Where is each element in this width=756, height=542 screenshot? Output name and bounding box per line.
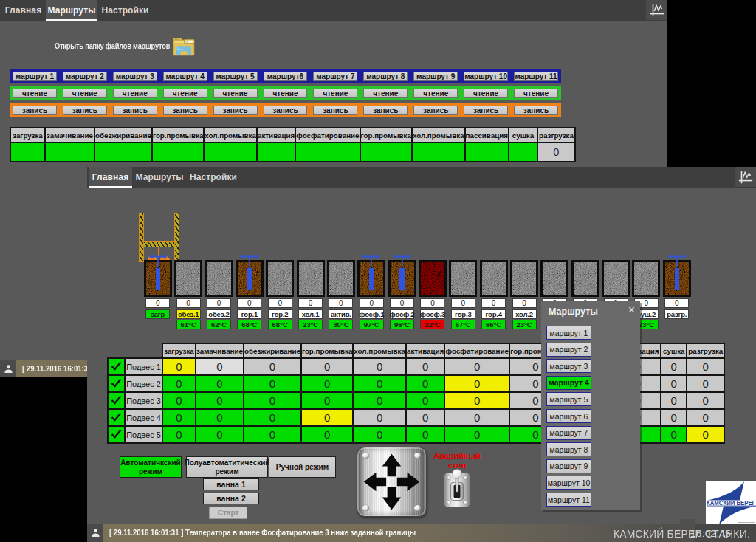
popup-route-button-10[interactable]: маршрут 10 (546, 476, 591, 490)
write-button-8[interactable]: запись (363, 106, 408, 115)
stage-header: активация (257, 128, 295, 143)
popup-route-button-9[interactable]: маршрут 9 (546, 459, 591, 473)
popup-route-button-2[interactable]: маршрут 2 (546, 343, 591, 357)
trend-button[interactable] (735, 167, 756, 187)
popup-route-button-11[interactable]: маршрут 11 (546, 493, 591, 507)
read-button-9[interactable]: чтение (413, 89, 458, 98)
hanger-checkbox-5[interactable] (108, 426, 125, 443)
popup-title: Маршруты (549, 306, 598, 317)
write-button-7[interactable]: запись (313, 106, 357, 115)
read-button-5[interactable]: чтение (213, 89, 258, 98)
popup-route-button-6[interactable]: маршрут 6 (546, 409, 591, 423)
write-button-5[interactable]: запись (213, 106, 258, 115)
tank-value: 0 (451, 298, 475, 308)
route-button-5[interactable]: маршрут 5 (213, 72, 258, 81)
hanger-checkbox-3[interactable] (108, 392, 125, 409)
semi-auto-mode-button[interactable]: Полуавтоматитический режим (186, 456, 268, 478)
tank-texture (421, 262, 444, 295)
crane-post-right (174, 213, 179, 261)
close-icon[interactable]: × (628, 304, 635, 316)
tank-6 (297, 260, 325, 297)
route-button-8[interactable]: маршрут 8 (363, 72, 408, 81)
hanger-cell: 0 (301, 409, 353, 426)
hanger-checkbox-2[interactable] (108, 375, 125, 392)
hanger-cell: 0 (687, 375, 724, 392)
route-cell: маршрут 10 (461, 69, 511, 83)
route-button-3[interactable]: маршрут 3 (113, 72, 157, 81)
read-cell: чтение (410, 86, 461, 100)
tab-nastroyki[interactable]: Настройки (187, 167, 240, 188)
write-cell: запись (10, 103, 60, 117)
route-button-1[interactable]: маршрут 1 (13, 72, 57, 81)
write-button-4[interactable]: запись (163, 106, 207, 115)
popup-route-button-7[interactable]: маршрут 7 (546, 426, 591, 440)
trend-chart-icon (738, 169, 754, 185)
popup-route-button-4[interactable]: маршрут 4 (546, 376, 591, 390)
hoist-crossbar-icon (240, 254, 259, 267)
write-cell: запись (210, 103, 261, 117)
write-button-6[interactable]: запись (264, 106, 308, 115)
trend-chart-icon (649, 2, 665, 18)
write-button-2[interactable]: запись (63, 106, 107, 115)
route-button-7[interactable]: маршрут 7 (313, 72, 357, 81)
read-button-11[interactable]: чтение (514, 89, 558, 98)
direction-pad[interactable] (357, 447, 427, 517)
trend-button[interactable] (646, 0, 667, 20)
write-cell: запись (410, 103, 461, 117)
tank-texture (512, 262, 536, 295)
bath2-button[interactable]: ванна 2 (203, 493, 259, 504)
read-button-7[interactable]: чтение (313, 89, 357, 98)
route-button-11[interactable]: маршрут 11 (514, 72, 558, 81)
tab-marshruty[interactable]: Маршруты (46, 0, 97, 21)
tab-nastroyki[interactable]: Настройки (98, 0, 152, 21)
hanger-name: Подвес 2 (125, 375, 162, 392)
tank-temperature: 61°C (176, 320, 201, 329)
tab-marshruty[interactable]: Маршруты (133, 167, 186, 188)
tank-10 (419, 260, 447, 297)
write-button-9[interactable]: запись (413, 106, 458, 115)
read-button-3[interactable]: чтение (113, 89, 157, 98)
start-button[interactable]: Старт (209, 507, 247, 519)
tank-2 (174, 260, 202, 297)
hanger-checkbox-4[interactable] (108, 409, 125, 426)
read-button-6[interactable]: чтение (264, 89, 308, 98)
bath1-button[interactable]: ванна 1 (203, 478, 259, 490)
tank-3 (205, 260, 233, 297)
write-button-1[interactable]: запись (13, 106, 57, 115)
hanger-cell: 0 (661, 426, 687, 443)
popup-route-button-8[interactable]: маршрут 8 (546, 442, 591, 456)
read-button-1[interactable]: чтение (13, 89, 57, 98)
read-button-8[interactable]: чтение (363, 89, 408, 98)
manual-mode-button[interactable]: Ручной режим (269, 456, 336, 478)
read-button-10[interactable]: чтение (464, 89, 508, 98)
auto-mode-button[interactable]: Автоматичкский режим (120, 456, 182, 478)
tab-glavnaya[interactable]: Главная (1, 0, 45, 21)
write-button-11[interactable]: запись (514, 106, 558, 115)
route-button-9[interactable]: маршрут 9 (413, 72, 458, 81)
read-button-2[interactable]: чтение (63, 89, 107, 98)
route-button-2[interactable]: маршрут 2 (63, 72, 107, 81)
hanger-checkbox-1[interactable] (108, 358, 125, 375)
write-button-10[interactable]: запись (464, 106, 508, 115)
route-button-6[interactable]: маршрут6 (264, 72, 308, 81)
hanger-cell: 0 (196, 375, 244, 392)
stage-cell (152, 143, 204, 162)
tank-texture (604, 262, 628, 295)
tab-glavnaya[interactable]: Главная (89, 167, 132, 188)
popup-route-button-3[interactable]: маршрут 3 (546, 359, 591, 373)
stage-header: сушка (509, 128, 537, 143)
folder-icon[interactable] (172, 35, 196, 62)
emergency-stop-switch[interactable] (443, 469, 471, 511)
route-button-4[interactable]: маршрут 4 (163, 72, 207, 81)
tank-16 (602, 260, 630, 297)
tank-label: гор.2 (268, 309, 292, 319)
read-button-4[interactable]: чтение (163, 89, 207, 98)
popup-route-button-1[interactable]: маршрут 1 (546, 326, 591, 340)
route-button-10[interactable]: маршрут 10 (464, 72, 508, 81)
stage-header: хол.промывка (353, 343, 406, 358)
tank-value: 0 (298, 298, 323, 308)
write-button-3[interactable]: запись (113, 106, 157, 115)
popup-route-button-5[interactable]: маршрут 5 (546, 392, 591, 406)
stage-header: загрузка (162, 343, 196, 358)
hanger-cell: 0 (661, 358, 687, 375)
